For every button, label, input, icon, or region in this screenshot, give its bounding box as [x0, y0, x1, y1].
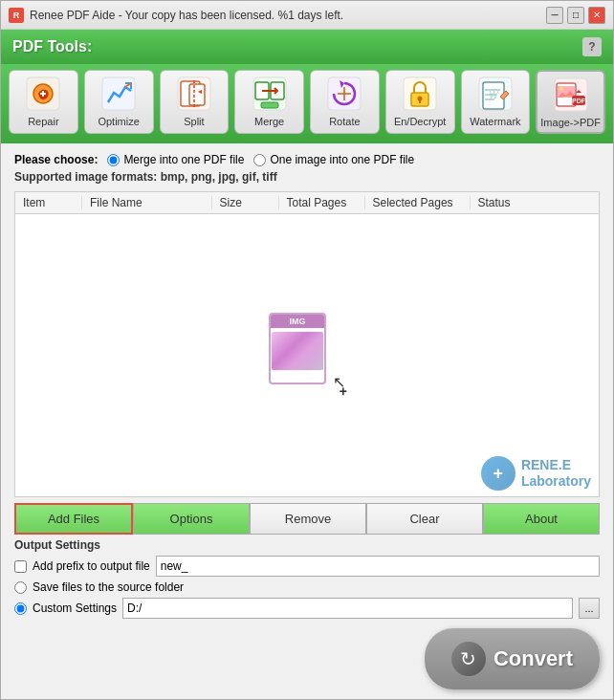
- rotate-label: Rotate: [329, 116, 360, 127]
- watermark-text: RENE.E Laboratory: [521, 457, 591, 490]
- option-one-image-radio[interactable]: [253, 154, 266, 166]
- prefix-label: Add prefix to output file: [33, 559, 150, 573]
- convert-circle-icon: ↻: [451, 642, 486, 676]
- supported-formats: Supported image formats: bmp, png, jpg, …: [14, 170, 600, 184]
- col-total-pages: Total Pages: [279, 196, 365, 209]
- tool-repair[interactable]: Repair: [9, 70, 78, 134]
- help-button[interactable]: ?: [582, 37, 602, 56]
- save-source-row: Save files to the source folder: [14, 580, 600, 594]
- merge-icon: [251, 75, 289, 113]
- titlebar: R Renee PDF Aide - Your copy has been li…: [1, 1, 613, 30]
- minimize-button[interactable]: ─: [546, 7, 563, 24]
- tool-merge[interactable]: Merge: [234, 70, 304, 134]
- prefix-input[interactable]: [156, 556, 600, 577]
- optimize-label: Optimize: [98, 116, 139, 127]
- tool-endecrypt[interactable]: En/Decrypt: [385, 70, 455, 134]
- save-source-radio[interactable]: [14, 581, 27, 594]
- col-status: Status: [471, 196, 600, 209]
- col-selected-pages: Selected Pages: [365, 196, 471, 209]
- window-title: Renee PDF Aide - Your copy has been lice…: [30, 9, 546, 22]
- browse-button[interactable]: ...: [579, 598, 600, 619]
- maximize-button[interactable]: □: [567, 7, 584, 24]
- img-file-preview: [272, 332, 323, 370]
- custom-settings-row: Custom Settings ...: [14, 598, 600, 619]
- custom-label: Custom Settings: [33, 602, 117, 615]
- tool-split[interactable]: Split: [160, 70, 230, 134]
- img2pdf-icon: PDF: [552, 76, 590, 114]
- svg-text:PDF: PDF: [572, 98, 586, 104]
- table-body[interactable]: IMG ↖ + + RENE.E Laboratory: [15, 214, 599, 496]
- remove-button[interactable]: Remove: [250, 503, 366, 535]
- svg-rect-5: [189, 84, 205, 105]
- app-header: PDF Tools: ?: [1, 30, 613, 64]
- plus-icon: +: [340, 383, 347, 399]
- endecrypt-icon: [401, 75, 439, 113]
- endecrypt-label: En/Decrypt: [394, 116, 446, 127]
- file-table: Item File Name Size Total Pages Selected…: [14, 191, 600, 497]
- svg-rect-10: [261, 102, 278, 108]
- lab-icon: +: [481, 456, 515, 491]
- option-one-image-label: One image into one PDF file: [270, 153, 414, 166]
- optimize-icon: [99, 75, 138, 113]
- split-icon: [175, 75, 213, 113]
- merge-label: Merge: [254, 116, 284, 127]
- app-window: R Renee PDF Aide - Your copy has been li…: [0, 0, 614, 700]
- watermark-label: Watermark: [470, 116, 520, 127]
- option-merge-label: Merge into one PDF file: [123, 153, 244, 166]
- option-one-image[interactable]: One image into one PDF file: [253, 153, 414, 166]
- img-file-card: IMG: [269, 313, 326, 384]
- convert-area: ↻ Convert: [14, 628, 600, 689]
- pdf-tools-label: PDF Tools:: [12, 38, 92, 55]
- output-settings: Output Settings Add prefix to output fil…: [14, 538, 600, 623]
- bottom-buttons: Add Files Options Remove Clear About: [14, 503, 600, 535]
- img-file-label: IMG: [271, 315, 324, 328]
- choose-row: Please choose: Merge into one PDF file O…: [14, 153, 600, 166]
- toolbar: Repair Optimize: [1, 64, 613, 143]
- tool-rotate[interactable]: Rotate: [310, 70, 380, 134]
- convert-button[interactable]: ↻ Convert: [425, 628, 600, 689]
- add-files-button[interactable]: Add Files: [14, 503, 133, 535]
- window-controls: ─ □ ✕: [546, 7, 605, 24]
- save-source-label: Save files to the source folder: [33, 580, 184, 594]
- convert-label: Convert: [493, 646, 573, 671]
- svg-point-22: [559, 87, 563, 91]
- output-title: Output Settings: [14, 538, 600, 552]
- img2pdf-label: Image->PDF: [540, 117, 601, 128]
- custom-path-input[interactable]: [122, 598, 573, 619]
- repair-icon: [24, 75, 62, 113]
- col-filename: File Name: [82, 196, 212, 209]
- tool-optimize[interactable]: Optimize: [84, 70, 154, 134]
- choose-label: Please choose:: [14, 153, 98, 166]
- option-merge[interactable]: Merge into one PDF file: [107, 153, 244, 166]
- prefix-checkbox[interactable]: [14, 560, 27, 573]
- options-button[interactable]: Options: [133, 503, 250, 535]
- table-header: Item File Name Size Total Pages Selected…: [15, 192, 599, 214]
- watermark-branding: + RENE.E Laboratory: [481, 456, 591, 491]
- app-icon: R: [9, 8, 24, 23]
- tool-watermark[interactable]: W Watermark: [461, 70, 531, 134]
- custom-radio[interactable]: [14, 602, 27, 615]
- col-size: Size: [212, 196, 279, 209]
- clear-button[interactable]: Clear: [366, 503, 483, 535]
- drop-area[interactable]: IMG ↖ +: [269, 214, 345, 496]
- split-label: Split: [184, 116, 204, 127]
- tool-img2pdf[interactable]: PDF Image->PDF: [536, 70, 605, 134]
- repair-label: Repair: [28, 116, 58, 127]
- watermark-icon: W: [476, 75, 515, 113]
- main-content: Please choose: Merge into one PDF file O…: [1, 143, 613, 699]
- svg-point-14: [418, 97, 423, 101]
- prefix-row: Add prefix to output file: [14, 556, 600, 577]
- option-merge-radio[interactable]: [107, 154, 120, 166]
- close-button[interactable]: ✕: [588, 7, 605, 24]
- col-item: Item: [15, 196, 82, 209]
- about-button[interactable]: About: [483, 503, 600, 535]
- rotate-icon: [325, 75, 363, 113]
- drop-image-icon: IMG ↖ +: [269, 313, 345, 399]
